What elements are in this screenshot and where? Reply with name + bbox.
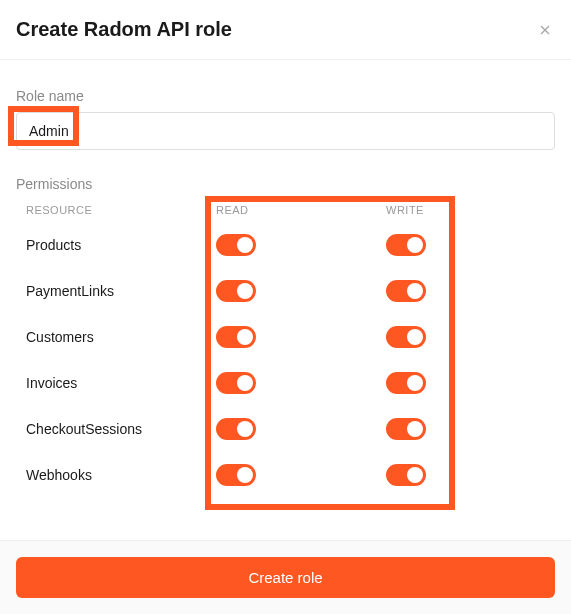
role-name-label: Role name (16, 88, 555, 104)
toggle-invoices-write[interactable] (386, 372, 426, 394)
toggle-products-read[interactable] (216, 234, 256, 256)
perm-row-checkoutsessions: CheckoutSessions (26, 418, 555, 440)
close-icon (537, 22, 553, 38)
resource-name: PaymentLinks (26, 283, 216, 299)
perm-row-products: Products (26, 234, 555, 256)
resource-name: Webhooks (26, 467, 216, 483)
resource-name: Products (26, 237, 216, 253)
role-name-input-wrap (16, 112, 555, 150)
toggle-paymentlinks-read[interactable] (216, 280, 256, 302)
dialog-content: Role name Permissions RESOURCE READ WRIT… (0, 60, 571, 502)
create-role-button[interactable]: Create role (16, 557, 555, 598)
toggle-checkoutsessions-read[interactable] (216, 418, 256, 440)
toggle-products-write[interactable] (386, 234, 426, 256)
perm-row-customers: Customers (26, 326, 555, 348)
permissions-header-row: RESOURCE READ WRITE (26, 204, 555, 216)
toggle-checkoutsessions-write[interactable] (386, 418, 426, 440)
toggle-customers-read[interactable] (216, 326, 256, 348)
permissions-table: RESOURCE READ WRITE Products PaymentLink… (16, 204, 555, 486)
toggle-invoices-read[interactable] (216, 372, 256, 394)
close-button[interactable] (535, 20, 555, 40)
dialog-footer: Create role (0, 540, 571, 614)
dialog-header: Create Radom API role (0, 0, 571, 60)
perm-row-invoices: Invoices (26, 372, 555, 394)
toggle-webhooks-write[interactable] (386, 464, 426, 486)
role-name-input[interactable] (16, 112, 555, 150)
permissions-label: Permissions (16, 176, 555, 192)
perm-row-webhooks: Webhooks (26, 464, 555, 486)
col-write: WRITE (386, 204, 555, 216)
toggle-paymentlinks-write[interactable] (386, 280, 426, 302)
dialog-title: Create Radom API role (16, 18, 232, 41)
resource-name: CheckoutSessions (26, 421, 216, 437)
col-read: READ (216, 204, 386, 216)
toggle-webhooks-read[interactable] (216, 464, 256, 486)
resource-name: Invoices (26, 375, 216, 391)
toggle-customers-write[interactable] (386, 326, 426, 348)
resource-name: Customers (26, 329, 216, 345)
perm-row-paymentlinks: PaymentLinks (26, 280, 555, 302)
col-resource: RESOURCE (26, 204, 216, 216)
